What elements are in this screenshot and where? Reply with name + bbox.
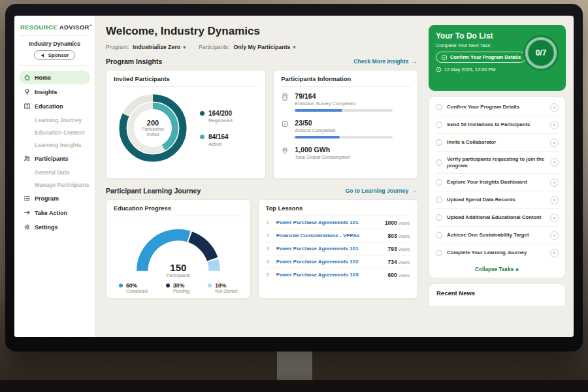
desk-background: RESOURCE ADVISOR+ Industry Dynamics Spon… bbox=[0, 0, 588, 392]
task-checkbox[interactable] bbox=[436, 232, 442, 238]
lesson-link[interactable]: Power Purchase Agreements 103 bbox=[276, 272, 384, 278]
task-row: Complete Your Learning Journey › bbox=[436, 244, 559, 261]
sidebar-item-education-content[interactable]: Education Content bbox=[19, 126, 90, 139]
lesson-row: 1 Power Purchase Agreements 101 1000 vie… bbox=[266, 216, 410, 229]
sidebar-item-program[interactable]: Program bbox=[19, 191, 90, 205]
task-row: Explore Your Insights Dashboard › bbox=[436, 174, 559, 191]
monitor: RESOURCE ADVISOR+ Industry Dynamics Spon… bbox=[5, 4, 583, 351]
participants-dropdown[interactable]: Only My Participants ▾ bbox=[234, 44, 296, 50]
task-checkbox[interactable] bbox=[436, 159, 442, 166]
education-progress-card: Education Progress 150 Participants bbox=[106, 199, 251, 299]
task-chevron-button[interactable]: › bbox=[550, 249, 559, 257]
lesson-link[interactable]: Power Purchase Agreements 101 bbox=[276, 220, 380, 225]
check-more-insights-link[interactable]: Check More Insights → bbox=[353, 58, 417, 65]
task-checkbox[interactable] bbox=[436, 214, 442, 221]
program-filter-label: Program: bbox=[106, 44, 129, 50]
task-checkbox[interactable] bbox=[436, 104, 442, 110]
check-circle-icon bbox=[441, 54, 448, 61]
task-row: Confirm Your Program Details › bbox=[436, 99, 559, 116]
lesson-link[interactable]: Power Purchase Agreements 101 bbox=[276, 246, 384, 252]
card-title: Top Lessons bbox=[266, 205, 410, 216]
progress-bar bbox=[295, 109, 393, 112]
task-label: Send 50 Invitations to Participants bbox=[447, 122, 546, 128]
gear-icon bbox=[24, 223, 31, 231]
todo-panel: Your To Do List Complete Your Next Task:… bbox=[426, 16, 574, 337]
lesson-link[interactable]: Financial Considerations - VPPAs bbox=[276, 233, 384, 238]
arrow-action-icon bbox=[24, 209, 31, 216]
sidebar-item-participants[interactable]: Participants bbox=[19, 152, 90, 165]
task-chevron-button[interactable]: › bbox=[550, 103, 559, 112]
task-checkbox[interactable] bbox=[436, 250, 442, 256]
collapse-tasks-link[interactable]: Collapse Tasks ∧ bbox=[436, 261, 559, 275]
org-name: Industry Dynamics bbox=[19, 41, 90, 47]
legend-dot bbox=[119, 284, 123, 287]
lesson-rank: 2 bbox=[267, 233, 272, 238]
task-row: Invite a Collaborator › bbox=[436, 134, 559, 152]
sidebar-item-insights[interactable]: Insights bbox=[19, 85, 90, 99]
sidebar-item-learning-insights[interactable]: Learning Insights bbox=[19, 139, 90, 151]
lesson-rank: 1 bbox=[267, 220, 272, 225]
logo-plus: + bbox=[90, 23, 93, 27]
sidebar-item-general-data[interactable]: General Data bbox=[19, 166, 90, 178]
legend-dot bbox=[200, 135, 204, 139]
app-logo: RESOURCE ADVISOR+ bbox=[19, 22, 90, 36]
metric-consumption: 1,000 GWh Total Global Consumption bbox=[281, 146, 410, 160]
lesson-row: 5 Power Purchase Agreements 103 600 view… bbox=[266, 269, 410, 281]
sidebar-item-label: Education bbox=[35, 103, 63, 110]
task-chevron-button[interactable]: › bbox=[550, 158, 559, 167]
participants-information-card: Participants Information 79/164 Emission… bbox=[273, 70, 418, 179]
task-label: Explore Your Insights Dashboard bbox=[447, 179, 546, 186]
link-label: Go to Learning Journey bbox=[345, 188, 408, 194]
sidebar-item-label: Program bbox=[35, 195, 59, 202]
lesson-views: 793 views bbox=[388, 246, 410, 252]
card-title: Education Progress bbox=[114, 205, 243, 216]
dashboard-screen: RESOURCE ADVISOR+ Industry Dynamics Spon… bbox=[14, 16, 574, 337]
top-lessons-card: Top Lessons 1 Power Purchase Agreements … bbox=[258, 199, 418, 299]
next-task-pill[interactable]: Confirm Your Program Details bbox=[436, 52, 526, 63]
lesson-row: 2 Financial Considerations - VPPAs 803 v… bbox=[266, 229, 410, 242]
chevron-up-icon: ∧ bbox=[515, 267, 519, 272]
sidebar-item-manage-participants[interactable]: Manage Participants bbox=[19, 178, 90, 191]
task-chevron-button[interactable]: › bbox=[550, 231, 559, 240]
donut-center-label: Participants Invited bbox=[139, 127, 167, 137]
task-label: Complete Your Learning Journey bbox=[447, 250, 546, 256]
todo-summary-card: Your To Do List Complete Your Next Task:… bbox=[429, 25, 566, 91]
task-chevron-button[interactable]: › bbox=[550, 214, 559, 222]
arrow-right-icon: → bbox=[411, 188, 417, 194]
sponsor-badge[interactable]: Sponsor bbox=[34, 50, 76, 60]
task-list-card: Confirm Your Program Details › Send 50 I… bbox=[429, 96, 566, 278]
filter-bar: Program: Industrialize Zero ▾ Participan… bbox=[106, 44, 418, 50]
sidebar-item-education[interactable]: Education bbox=[19, 99, 90, 113]
lesson-views: 1000 views bbox=[385, 220, 410, 226]
sidebar-item-label: Take Action bbox=[35, 210, 67, 216]
participants-dropdown-value: Only My Participants bbox=[234, 44, 291, 50]
sidebar-item-learning-journey[interactable]: Learning Journey bbox=[19, 114, 90, 126]
list-icon bbox=[24, 195, 31, 202]
task-checkbox[interactable] bbox=[436, 139, 442, 146]
lesson-rank: 5 bbox=[267, 272, 272, 278]
task-checkbox[interactable] bbox=[436, 197, 442, 203]
todo-progress-ring: 0/7 bbox=[523, 35, 559, 71]
task-label: Upload Spend Data Records bbox=[447, 197, 546, 203]
learning-journey-title: Participant Learning Journey bbox=[106, 187, 201, 195]
lesson-link[interactable]: Power Purchase Agreements 102 bbox=[276, 259, 384, 265]
invited-donut-chart: 200 Participants Invited bbox=[116, 91, 189, 165]
sidebar-item-settings[interactable]: Settings bbox=[19, 220, 90, 234]
chevron-down-icon: ▾ bbox=[183, 44, 186, 50]
task-chevron-button[interactable]: › bbox=[550, 139, 559, 147]
task-row: Upload Spend Data Records › bbox=[436, 191, 559, 209]
task-checkbox[interactable] bbox=[436, 122, 442, 128]
program-dropdown[interactable]: Industrialize Zero ▾ bbox=[133, 44, 186, 50]
go-to-learning-journey-link[interactable]: Go to Learning Journey → bbox=[345, 188, 417, 194]
task-row: Verify participants requesting to join t… bbox=[436, 152, 559, 174]
task-checkbox[interactable] bbox=[436, 179, 442, 186]
task-chevron-button[interactable]: › bbox=[550, 196, 559, 204]
sidebar-item-home[interactable]: Home bbox=[19, 71, 90, 84]
gauge-center-label: Participants bbox=[126, 273, 231, 278]
lesson-rank: 3 bbox=[267, 246, 272, 252]
sidebar-item-label: Home bbox=[35, 74, 51, 81]
megaphone-icon bbox=[41, 53, 46, 58]
sidebar-item-take-action[interactable]: Take Action bbox=[19, 206, 90, 220]
task-chevron-button[interactable]: › bbox=[550, 121, 559, 129]
task-chevron-button[interactable]: › bbox=[550, 178, 559, 187]
